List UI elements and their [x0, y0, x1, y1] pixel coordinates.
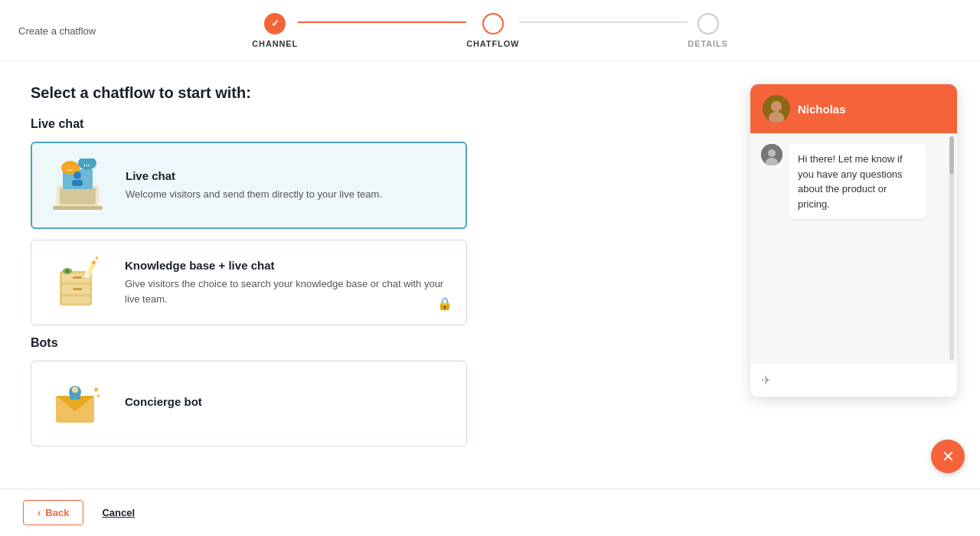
chat-agent-avatar [763, 95, 790, 123]
chat-widget: Nicholas Hi there! Let me know if you ha… [750, 84, 957, 397]
chat-agent-name: Nicholas [798, 103, 846, 116]
step-channel-label: CHANNEL [252, 39, 298, 48]
svg-rect-9 [72, 180, 83, 186]
live-chat-title: Live chat [126, 169, 382, 182]
chat-body: Hi there! Let me know if you have any qu… [750, 133, 957, 363]
step-details-label: DETAILS [688, 39, 727, 48]
create-label: Create a chatflow [18, 25, 96, 36]
svg-point-30 [771, 101, 782, 112]
chat-scrollbar-thumb [949, 136, 954, 175]
chat-msg-avatar [761, 144, 782, 165]
svg-text:...: ... [83, 159, 90, 168]
step-chatflow-label: CHATFLOW [466, 39, 519, 48]
knowledge-base-card-text: Knowledge base + live chat Give visitors… [125, 259, 449, 306]
knowledge-base-icon: ★ ✦ [48, 256, 109, 309]
concierge-bot-icon: ★ ✦ [48, 377, 109, 430]
connector-2 [519, 21, 688, 23]
close-chat-button[interactable]: ✕ [931, 440, 965, 473]
svg-rect-13 [62, 296, 90, 303]
chat-bubble: Hi there! Let me know if you have any qu… [789, 144, 926, 219]
page-title: Select a chatflow to start with: [31, 84, 704, 102]
svg-rect-26 [70, 394, 80, 400]
knowledge-base-card[interactable]: ★ ✦ Knowledge base + live chat Give visi… [31, 240, 467, 325]
chat-footer: ✈ [750, 363, 957, 397]
stepper-bar: Create a chatflow ✓ CHANNEL CHATFLOW DET… [0, 0, 980, 61]
bots-section-title: Bots [31, 336, 704, 350]
live-chat-card[interactable]: ... ... Live chat Welcome visitors and s… [31, 142, 467, 229]
concierge-bot-card[interactable]: ★ ✦ Concierge bot [31, 361, 467, 446]
concierge-bot-card-text: Concierge bot [125, 395, 202, 413]
stepper-steps: ✓ CHANNEL CHATFLOW DETAILS [46, 13, 934, 48]
live-chat-card-text: Live chat Welcome visitors and send them… [126, 169, 382, 202]
step-chatflow-circle [482, 13, 504, 34]
svg-point-25 [72, 387, 78, 393]
svg-text:✦: ✦ [94, 256, 100, 262]
right-panel: Nicholas Hi there! Let me know if you ha… [735, 61, 980, 489]
back-label: Back [45, 507, 69, 518]
svg-point-33 [768, 149, 776, 157]
step-chatflow: CHATFLOW [466, 13, 519, 48]
step-channel: ✓ CHANNEL [252, 13, 298, 48]
chat-scrollbar[interactable] [949, 136, 954, 360]
knowledge-base-title: Knowledge base + live chat [125, 259, 449, 272]
step-channel-circle: ✓ [264, 13, 286, 34]
main-content: Select a chatflow to start with: Live ch… [0, 61, 980, 489]
back-button[interactable]: ‹ Back [23, 500, 83, 525]
live-chat-icon: ... ... [49, 159, 110, 212]
send-icon: ✈ [761, 373, 771, 387]
chat-header: Nicholas [750, 84, 957, 133]
svg-text:...: ... [67, 164, 74, 172]
svg-rect-14 [73, 276, 82, 279]
left-panel: Select a chatflow to start with: Live ch… [0, 61, 735, 489]
cancel-button[interactable]: Cancel [102, 507, 135, 518]
knowledge-base-description: Give visitors the choice to search your … [125, 276, 449, 306]
back-chevron-icon: ‹ [38, 507, 41, 518]
step-details-circle [697, 13, 719, 34]
lock-icon: 🔒 [437, 296, 452, 311]
svg-text:✦: ✦ [96, 393, 101, 400]
svg-rect-1 [60, 188, 96, 204]
svg-point-8 [74, 172, 81, 179]
chat-message-row: Hi there! Let me know if you have any qu… [761, 144, 946, 219]
svg-rect-15 [73, 288, 82, 290]
concierge-bot-title: Concierge bot [125, 395, 202, 408]
step-details: DETAILS [688, 13, 727, 48]
svg-rect-21 [66, 270, 69, 273]
live-chat-description: Welcome visitors and send them directly … [126, 187, 382, 202]
bottom-bar: ‹ Back Cancel [0, 489, 980, 536]
connector-1 [298, 21, 466, 23]
live-chat-section-title: Live chat [31, 117, 704, 131]
svg-rect-2 [53, 206, 103, 210]
